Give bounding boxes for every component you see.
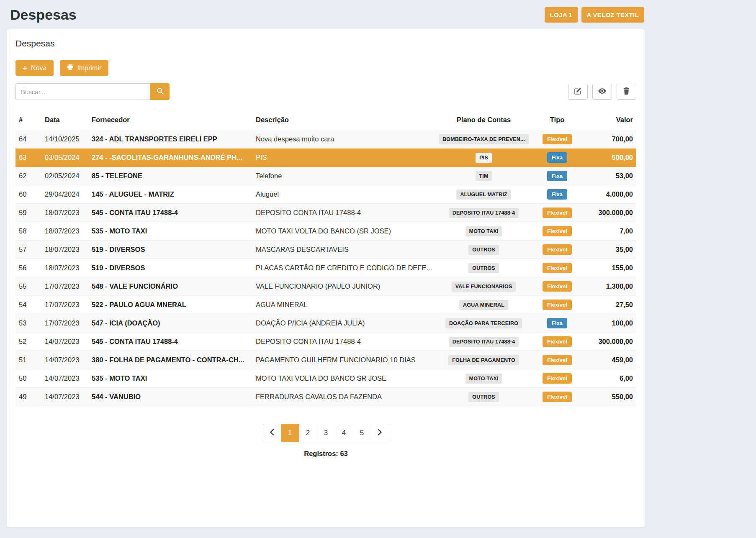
- cell-data: 17/07/2023: [41, 314, 88, 333]
- cell-valor: 700,00: [582, 130, 636, 149]
- store-button[interactable]: LOJA 1: [545, 7, 578, 23]
- cell-data: 17/07/2023: [41, 296, 88, 314]
- cell-tipo: Flexível: [532, 369, 582, 388]
- pagination-next[interactable]: [371, 424, 389, 442]
- eye-icon: [598, 88, 606, 95]
- cell-valor: 7,00: [582, 222, 636, 241]
- cell-tipo: Fixa: [532, 185, 582, 204]
- table-row[interactable]: 64 14/10/2025 324 - ADL TRANSPORTES EIRE…: [15, 130, 636, 149]
- table-body: 64 14/10/2025 324 - ADL TRANSPORTES EIRE…: [15, 130, 636, 406]
- table-row[interactable]: 60 29/04/2024 145 - ALUGUEL - MATRIZ Alu…: [15, 185, 636, 204]
- cell-descricao: DEPOSITO CONTA ITAU 17488-4: [252, 204, 435, 222]
- cell-data: 18/07/2023: [41, 222, 88, 241]
- chevron-left-icon: [270, 429, 274, 438]
- cell-data: 03/05/2024: [41, 149, 88, 167]
- pagination-page-3[interactable]: 3: [317, 424, 335, 442]
- tipo-badge: Fixa: [547, 171, 567, 181]
- cell-id: 60: [15, 185, 41, 204]
- cell-data: 14/10/2025: [41, 130, 88, 149]
- cell-valor: 1.300,00: [582, 277, 636, 296]
- search-button[interactable]: [150, 83, 170, 100]
- cell-tipo: Flexível: [532, 259, 582, 277]
- edit-icon: [574, 87, 581, 96]
- cell-data: 18/07/2023: [41, 259, 88, 277]
- cell-fornecedor: 535 - MOTO TAXI: [88, 369, 252, 388]
- plano-badge: DEPOSITO ITAU 17488-4: [449, 208, 519, 218]
- cell-fornecedor: 544 - VANUBIO: [88, 388, 252, 406]
- cell-descricao: MOTO TAXI VOLTA DO BANCO SR JOSE: [252, 369, 435, 388]
- cell-tipo: Fixa: [532, 167, 582, 185]
- plano-badge: FOLHA DE PAGAMENTO: [448, 355, 519, 365]
- cell-id: 51: [15, 351, 41, 369]
- print-label: Imprimir: [77, 64, 101, 72]
- search-row: [15, 83, 636, 100]
- cell-descricao: MASCARAS DESCARTAVEIS: [252, 241, 435, 259]
- table-row[interactable]: 59 18/07/2023 545 - CONTA ITAU 17488-4 D…: [15, 204, 636, 222]
- cell-descricao: Aluguel: [252, 185, 435, 204]
- pagination-prev[interactable]: [263, 424, 281, 442]
- cell-tipo: Flexível: [532, 333, 582, 351]
- table-row[interactable]: 55 17/07/2023 548 - VALE FUNCIONÁRIO VAL…: [15, 277, 636, 296]
- table-row[interactable]: 57 18/07/2023 519 - DIVERSOS MASCARAS DE…: [15, 241, 636, 259]
- table-row[interactable]: 49 14/07/2023 544 - VANUBIO FERRADURAS C…: [15, 388, 636, 406]
- pagination-page-5[interactable]: 5: [353, 424, 371, 442]
- cell-fornecedor: 519 - DIVERSOS: [88, 259, 252, 277]
- table-row[interactable]: 56 18/07/2023 519 - DIVERSOS PLACAS CART…: [15, 259, 636, 277]
- new-expense-button[interactable]: + Nova: [15, 60, 54, 76]
- cell-id: 52: [15, 333, 41, 351]
- plano-badge: OUTROS: [468, 245, 499, 255]
- col-header-id: #: [15, 112, 41, 130]
- table-row[interactable]: 52 14/07/2023 545 - CONTA ITAU 17488-4 D…: [15, 333, 636, 351]
- plano-badge: PIS: [476, 153, 492, 163]
- tipo-badge: Fixa: [547, 318, 567, 328]
- cell-fornecedor: 324 - ADL TRANSPORTES EIRELI EPP: [88, 130, 252, 149]
- pagination-page-2[interactable]: 2: [299, 424, 317, 442]
- cell-id: 62: [15, 167, 41, 185]
- cell-id: 53: [15, 314, 41, 333]
- company-button[interactable]: A VELOZ TEXTIL: [581, 7, 644, 23]
- cell-id: 57: [15, 241, 41, 259]
- page-title: Despesas: [10, 7, 77, 23]
- tipo-badge: Fixa: [547, 152, 567, 163]
- cell-id: 55: [15, 277, 41, 296]
- table-row[interactable]: 50 14/07/2023 535 - MOTO TAXI MOTO TAXI …: [15, 369, 636, 388]
- cell-id: 58: [15, 222, 41, 241]
- col-header-tipo: Tipo: [532, 112, 582, 130]
- table-row[interactable]: 54 17/07/2023 522 - PAULO AGUA MNERAL AG…: [15, 296, 636, 314]
- cell-valor: 27,50: [582, 296, 636, 314]
- cell-valor: 500,00: [582, 149, 636, 167]
- table-row[interactable]: 62 02/05/2024 85 - TELEFONE Telefone TIM…: [15, 167, 636, 185]
- col-header-plano: Plano de Contas: [435, 112, 532, 130]
- table-row[interactable]: 63 03/05/2024 274 - -SACOLITAS-GARANHUNS…: [15, 149, 636, 167]
- plano-badge: TIM: [476, 171, 492, 181]
- table-row[interactable]: 53 17/07/2023 547 - ICIA (DOAÇÃO) DOAÇÃO…: [15, 314, 636, 333]
- cell-descricao: MOTO TAXI VOLTA DO BANCO (SR JOSE): [252, 222, 435, 241]
- cell-fornecedor: 145 - ALUGUEL - MATRIZ: [88, 185, 252, 204]
- delete-button[interactable]: [617, 84, 636, 100]
- cell-fornecedor: 535 - MOTO TAXI: [88, 222, 252, 241]
- plano-badge: DOAÇÃO PARA TERCEIRO: [445, 318, 522, 328]
- pagination-page-4[interactable]: 4: [335, 424, 353, 442]
- cell-valor: 35,00: [582, 241, 636, 259]
- cell-plano: FOLHA DE PAGAMENTO: [435, 351, 532, 369]
- cell-valor: 53,00: [582, 167, 636, 185]
- view-button[interactable]: [592, 84, 612, 100]
- plano-badge: OUTROS: [468, 392, 499, 402]
- table-row[interactable]: 58 18/07/2023 535 - MOTO TAXI MOTO TAXI …: [15, 222, 636, 241]
- cell-valor: 550,00: [582, 388, 636, 406]
- cell-plano: TIM: [435, 167, 532, 185]
- cell-descricao: Nova despesa muito cara: [252, 130, 435, 149]
- cell-descricao: PAGAMENTO GUILHERM FUNCIONARIO 10 DIAS: [252, 351, 435, 369]
- cell-fornecedor: 274 - -SACOLITAS-GARANHUNS-ANDRÉ PH...: [88, 149, 252, 167]
- cell-data: 14/07/2023: [41, 333, 88, 351]
- search-input[interactable]: [15, 83, 150, 100]
- edit-button[interactable]: [568, 84, 588, 100]
- table-row[interactable]: 51 14/07/2023 380 - FOLHA DE PAGAMENTO -…: [15, 351, 636, 369]
- plano-badge: AGUA MINERAL: [459, 300, 508, 310]
- tipo-badge: Flexível: [543, 336, 572, 347]
- cell-data: 17/07/2023: [41, 277, 88, 296]
- pagination-page-1[interactable]: 1: [281, 424, 299, 442]
- plano-badge: VALE FUNCIONARIOS: [452, 282, 516, 292]
- topbar: Despesas LOJA 1 A VELOZ TEXTIL: [7, 0, 645, 29]
- print-button[interactable]: Imprimir: [60, 60, 108, 76]
